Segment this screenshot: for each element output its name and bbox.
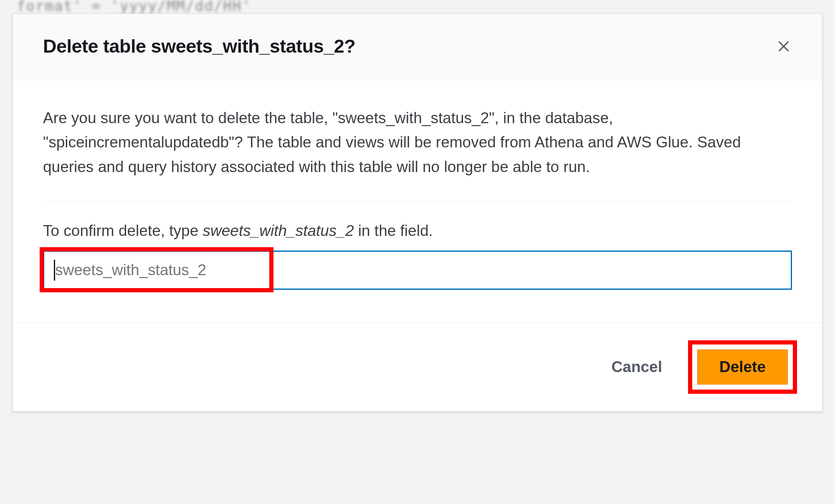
confirm-instruction: To confirm delete, type sweets_with_stat… [43,222,792,240]
close-button[interactable] [775,38,792,55]
confirm-prefix: To confirm delete, type [43,222,203,239]
delete-table-modal: Delete table sweets_with_status_2? Are y… [13,13,822,412]
modal-header: Delete table sweets_with_status_2? [13,14,822,80]
confirm-input-wrapper [43,251,792,290]
modal-body: Are you sure you want to delete the tabl… [13,80,822,322]
annotation-highlight-delete: Delete [688,340,797,394]
confirm-table-name: sweets_with_status_2 [203,222,354,239]
divider [43,202,792,202]
close-icon [777,39,791,53]
background-code: format' = 'yyyy/MM/dd/HH' [17,0,251,14]
confirm-suffix: in the field. [354,222,433,239]
confirm-input[interactable] [43,251,792,290]
modal-title: Delete table sweets_with_status_2? [43,35,355,57]
cancel-button[interactable]: Cancel [608,351,665,383]
text-caret [54,260,55,281]
modal-footer: Cancel Delete [13,322,822,411]
delete-button[interactable]: Delete [697,350,788,385]
warning-text: Are you sure you want to delete the tabl… [43,106,792,179]
